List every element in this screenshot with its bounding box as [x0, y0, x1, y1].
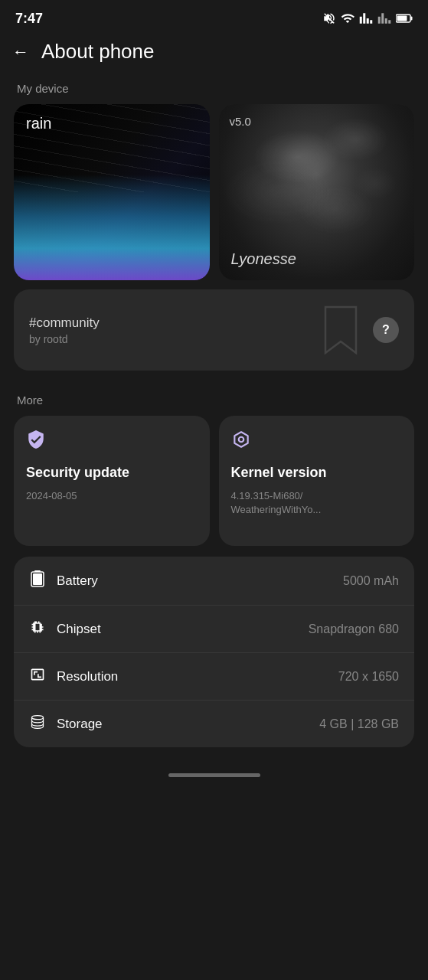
battery-value: 5000 mAh	[343, 574, 399, 588]
kernel-card-title: Kernel version	[231, 465, 403, 482]
mute-icon	[322, 11, 336, 25]
lyonesse-card[interactable]: v5.0 Lyonesse	[219, 104, 415, 280]
lyonesse-label: Lyonesse	[231, 250, 296, 268]
svg-rect-1	[411, 17, 413, 21]
back-button[interactable]: ←	[12, 42, 29, 62]
security-card[interactable]: Security update 2024-08-05	[14, 416, 210, 546]
resolution-left: Resolution	[29, 667, 118, 686]
security-icon	[26, 430, 198, 454]
storage-row[interactable]: Storage 4 GB | 128 GB	[14, 701, 414, 747]
status-bar: 7:47	[0, 0, 428, 34]
svg-point-6	[32, 716, 44, 720]
top-nav: ← About phone	[0, 34, 428, 76]
signal-icon	[359, 11, 373, 25]
signal2-icon	[377, 11, 391, 25]
resolution-icon	[29, 667, 46, 686]
kernel-card[interactable]: Kernel version 4.19.315-Mi680/Weathering…	[219, 416, 415, 546]
security-card-date: 2024-08-05	[26, 489, 198, 503]
rain-glow-decoration	[14, 175, 210, 280]
wifi-icon	[341, 11, 354, 25]
page-title: About phone	[41, 40, 154, 64]
rain-card-inner: rain	[14, 104, 210, 280]
device-cards: rain v5.0 Lyonesse	[0, 104, 428, 280]
resolution-row[interactable]: Resolution 720 x 1650	[14, 653, 414, 701]
kernel-card-value: 4.19.315-Mi680/WeatheringWithYo...	[231, 489, 403, 517]
battery-spec-icon	[29, 570, 46, 591]
lyonesse-version: v5.0	[230, 115, 251, 128]
chipset-left: Chipset	[29, 619, 101, 639]
my-device-label: My device	[0, 76, 428, 104]
chipset-icon	[29, 619, 46, 639]
kernel-icon	[231, 430, 403, 454]
status-time: 7:47	[15, 11, 43, 27]
community-card[interactable]: #community by rootd ?	[14, 289, 414, 371]
svg-rect-5	[33, 573, 42, 585]
storage-value: 4 GB | 128 GB	[319, 717, 399, 731]
more-label: More	[0, 381, 428, 416]
community-text: #community by rootd	[29, 315, 100, 345]
rain-card-label: rain	[26, 115, 51, 132]
chipset-label: Chipset	[57, 622, 101, 637]
chipset-value: Snapdragon 680	[309, 622, 399, 636]
storage-icon	[29, 714, 46, 733]
status-icons	[322, 11, 413, 25]
community-hashtag: #community	[29, 315, 100, 331]
bottom-bar	[0, 766, 428, 789]
bottom-pill	[168, 773, 260, 777]
security-card-title: Security update	[26, 465, 198, 482]
battery-row[interactable]: Battery 5000 mAh	[14, 557, 414, 606]
battery-icon	[396, 13, 413, 24]
svg-rect-2	[397, 16, 407, 21]
lyonesse-card-inner: v5.0 Lyonesse	[219, 104, 415, 280]
community-icon-area: ?	[318, 303, 399, 357]
bookmark-decoration-icon	[318, 303, 364, 357]
rain-card[interactable]: rain	[14, 104, 210, 280]
storage-label: Storage	[57, 717, 103, 732]
battery-left: Battery	[29, 570, 98, 591]
battery-label: Battery	[57, 573, 98, 589]
question-button[interactable]: ?	[373, 317, 399, 343]
chipset-row[interactable]: Chipset Snapdragon 680	[14, 606, 414, 653]
community-by-line: by rootd	[29, 333, 100, 345]
storage-left: Storage	[29, 714, 103, 733]
resolution-label: Resolution	[57, 669, 118, 684]
more-cards: Security update 2024-08-05 Kernel versio…	[0, 416, 428, 546]
resolution-value: 720 x 1650	[338, 670, 399, 684]
specs-card: Battery 5000 mAh Chipset Snapdragon 680 …	[14, 557, 414, 747]
